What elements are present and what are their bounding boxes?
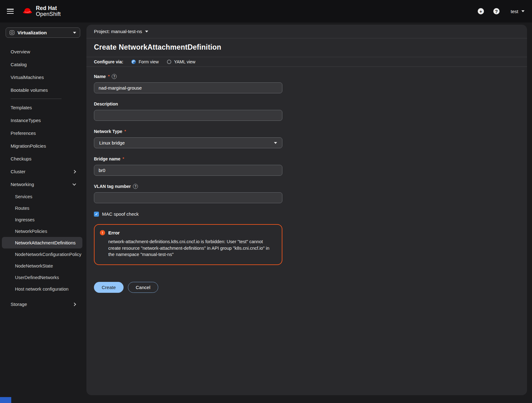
sidebar-item-networkattachmentdefinitions[interactable]: NetworkAttachmentDefinitions [2,237,82,248]
brand-line2: OpenShift [36,11,61,17]
help-circle-icon[interactable]: ? [493,8,500,14]
configure-via-label: Configure via: [94,59,123,64]
caret-down-icon [521,10,525,12]
chevron-down-icon [72,182,76,185]
bottom-left-blue-badge [0,397,11,403]
sidebar-item-overview[interactable]: Overview [0,45,82,58]
sidebar-item-cluster[interactable]: Cluster [0,165,82,178]
network-type-label: Network Type [94,129,122,134]
sidebar-item-host-network-configuration[interactable]: Host network configuration [0,283,82,295]
sidebar-item-bootable-volumes[interactable]: Bootable volumes [0,84,82,96]
error-exclamation-icon: ! [100,230,105,235]
main-content: Project: manual-test-ns Create NetworkAt… [82,22,532,403]
sidebar-item-templates[interactable]: Templates [0,101,82,114]
content-panel: Project: manual-test-ns Create NetworkAt… [86,25,527,395]
perspective-switcher[interactable]: Virtualization [6,27,80,38]
error-alert: ! Error network-attachment-definitions.k… [94,224,282,265]
sidebar-item-services[interactable]: Services [0,191,82,202]
sidebar-nav: Virtualization Overview Catalog VirtualM… [0,22,82,403]
radio-form-view[interactable]: Form view [131,59,159,64]
required-indicator: * [123,156,124,161]
description-input[interactable] [94,110,282,121]
network-type-select[interactable]: Linux bridge [94,137,282,148]
name-input[interactable] [94,82,282,93]
chevron-right-icon [72,302,76,306]
cancel-button[interactable]: Cancel [128,282,158,293]
sidebar-item-checkups[interactable]: Checkups [0,152,82,165]
description-label: Description [94,101,118,106]
sidebar-item-instancetypes[interactable]: InstanceTypes [0,114,82,127]
bridge-name-input[interactable] [94,165,282,176]
caret-down-icon [73,32,76,34]
menu-icon[interactable] [7,9,14,14]
radio-yaml-view[interactable]: YAML view [167,59,195,64]
name-help-icon[interactable]: ? [112,74,117,79]
plus-circle-icon[interactable]: + [478,8,484,14]
masthead: Red Hat OpenShift + ? test [0,0,532,22]
create-button[interactable]: Create [94,282,124,293]
vlan-label: VLAN tag number [94,184,131,189]
sidebar-item-migrationpolicies[interactable]: MigrationPolicies [0,140,82,152]
sidebar-item-storage[interactable]: Storage [0,298,82,311]
sidebar-item-ingresses[interactable]: Ingresses [0,214,82,225]
sidebar-item-preferences[interactable]: Preferences [0,127,82,140]
mac-spoof-check[interactable]: ✓ MAC spoof check [94,211,520,217]
sidebar-divider [11,99,61,99]
user-menu[interactable]: test [511,9,525,14]
caret-down-icon [145,31,148,32]
name-label: Name [94,74,106,79]
sidebar-item-userdefinednetworks[interactable]: UserDefinedNetworks [0,272,82,283]
error-title: Error [108,230,120,235]
caret-down-icon [274,142,277,144]
perspective-label: Virtualization [17,30,73,35]
project-selector[interactable]: Project: manual-test-ns [94,29,148,34]
username: test [511,9,518,14]
sidebar-item-catalog[interactable]: Catalog [0,58,82,71]
mac-spoof-label: MAC spoof check [102,211,139,217]
sidebar-item-nodenetworkstate[interactable]: NodeNetworkState [0,260,82,272]
sidebar-item-networking[interactable]: Networking [0,178,82,191]
sidebar-item-networkpolicies[interactable]: NetworkPolicies [0,225,82,237]
vlan-help-icon[interactable]: ? [133,184,138,189]
sidebar-item-nodenetworkconfigurationpolicy[interactable]: NodeNetworkConfigurationPolicy [0,248,82,260]
required-indicator: * [124,129,126,134]
error-message: network-attachment-definitions.k8s.cni.c… [100,238,275,258]
brand-line1: Red Hat [36,5,61,11]
redhat-fedora-icon [22,7,33,16]
vlan-input[interactable] [94,192,282,203]
required-indicator: * [108,74,110,79]
brand-logo: Red Hat OpenShift [22,5,61,17]
virtualization-perspective-icon [10,30,14,35]
sidebar-item-virtualmachines[interactable]: VirtualMachines [0,71,82,84]
radio-unselected-icon [167,60,171,64]
bridge-name-label: Bridge name [94,156,120,161]
sidebar-item-routes[interactable]: Routes [0,202,82,214]
chevron-right-icon [72,170,76,173]
radio-selected-icon [131,60,136,64]
checkbox-checked-icon[interactable]: ✓ [94,212,99,217]
page-title: Create NetworkAttachmentDefinition [94,43,520,52]
